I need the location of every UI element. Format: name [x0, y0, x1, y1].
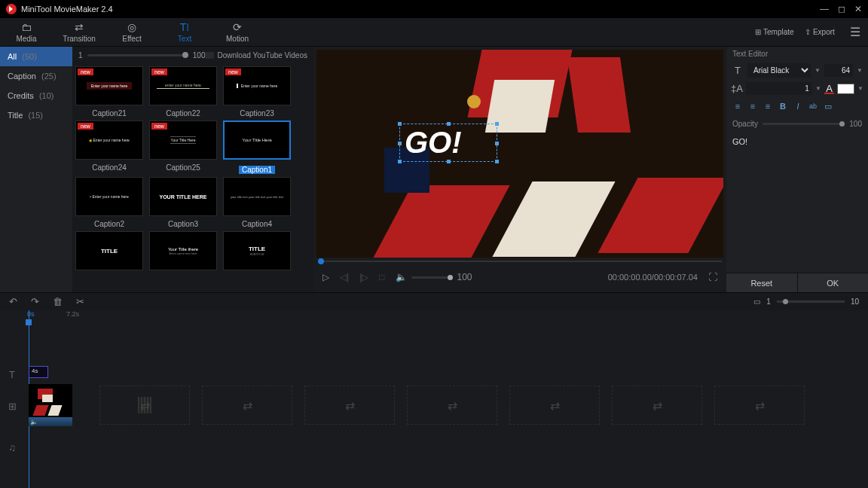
text-template-thumb[interactable]: newenter your name here: [149, 66, 217, 105]
download-youtube-button[interactable]: Download YouTube Videos: [205, 51, 307, 59]
empty-slot[interactable]: ⇄: [714, 386, 805, 425]
time-display: 00:00:00.00/00:00:07.04: [608, 273, 698, 282]
text-template-thumb[interactable]: Your Title thereEnter some text here: [149, 231, 217, 270]
redo-button[interactable]: ↷: [31, 296, 39, 307]
text-track-icon: T: [0, 369, 24, 380]
tab-transition[interactable]: ⇄ Transition: [53, 21, 105, 43]
thumb-zoom-min: 1: [78, 51, 83, 59]
border-button[interactable]: ▭: [821, 99, 835, 113]
chevron-down-icon: ▼: [856, 67, 863, 74]
new-badge: new: [151, 123, 167, 130]
italic-button[interactable]: I: [791, 99, 805, 113]
effect-icon: ◎: [105, 21, 158, 33]
timeline-ruler[interactable]: 0s 7.2s: [0, 310, 868, 321]
thumb-label: Caption2: [94, 220, 124, 228]
line-height-input[interactable]: [746, 82, 812, 95]
sidebar-item-credits[interactable]: Credits (10): [0, 86, 72, 105]
sidebar-item-all[interactable]: All (50): [0, 47, 72, 66]
thumb-label: Caption22: [166, 109, 200, 117]
sidebar-item-title[interactable]: Title (15): [0, 105, 72, 125]
empty-slot[interactable]: ⇄: [304, 386, 395, 425]
tab-text[interactable]: T⁞ Text: [158, 21, 211, 43]
text-template-thumb[interactable]: TITLE: [75, 231, 143, 270]
fullscreen-button[interactable]: ⛶: [708, 272, 717, 282]
opacity-value: 100: [849, 120, 862, 128]
audio-waveform[interactable]: [29, 417, 72, 426]
text-template-thumb[interactable]: newEnter your name here: [75, 66, 143, 105]
empty-slot[interactable]: ⇄: [99, 386, 190, 425]
empty-slot[interactable]: ⇄: [407, 386, 497, 425]
text-template-thumb[interactable]: newEnter your name here: [223, 66, 291, 105]
maximize-button[interactable]: ◻: [838, 4, 845, 14]
font-color-icon[interactable]: A: [824, 83, 834, 94]
tab-media[interactable]: 🗀 Media: [0, 21, 53, 43]
category-sidebar: All (50) Caption (25) Credits (10) Title…: [0, 47, 72, 292]
chevron-down-icon: ▼: [815, 85, 821, 92]
text-template-thumb[interactable]: TITLESUBTITLE: [223, 231, 291, 270]
volume-slider[interactable]: [411, 276, 453, 279]
text-template-thumb[interactable]: Your Title Here: [223, 120, 291, 160]
align-left-button[interactable]: ≡: [731, 99, 744, 113]
highlight-color-swatch[interactable]: [837, 84, 854, 94]
video-track-icon: ⊞: [0, 401, 24, 412]
tab-motion[interactable]: ⟳ Motion: [211, 21, 264, 43]
volume-icon[interactable]: 🔈: [396, 272, 407, 282]
app-title: MiniTool MovieMaker 2.4: [21, 5, 113, 14]
prev-frame-button[interactable]: ◁|: [340, 272, 349, 282]
thumb-label: Caption4: [242, 220, 272, 228]
empty-slot[interactable]: ⇄: [509, 386, 600, 425]
text-template-thumb[interactable]: newYour Title Here: [149, 120, 217, 160]
chevron-down-icon: ▼: [857, 85, 863, 92]
new-badge: new: [78, 123, 93, 130]
transition-icon: ⇄: [53, 21, 105, 33]
font-size-input[interactable]: [824, 64, 853, 77]
export-button[interactable]: ⇪ Export: [797, 28, 842, 36]
reset-button[interactable]: Reset: [726, 273, 798, 292]
thumb-zoom-slider[interactable]: [87, 54, 188, 56]
hamburger-menu[interactable]: ☰: [842, 25, 868, 39]
case-button[interactable]: ab: [806, 99, 820, 113]
delete-button[interactable]: 🗑: [53, 296, 63, 307]
font-select[interactable]: Arial Black: [747, 63, 811, 78]
timeline-zoom-slider[interactable]: [777, 300, 845, 303]
template-button[interactable]: ⊞ Template: [752, 28, 797, 36]
template-icon: ⊞: [755, 28, 761, 36]
text-input-area[interactable]: GO!: [726, 133, 868, 273]
zoom-min: 1: [766, 297, 771, 306]
new-badge: new: [78, 69, 93, 75]
thumb-label: Caption3: [168, 220, 198, 228]
line-height-icon: ‡A: [731, 83, 743, 94]
text-template-thumb[interactable]: your title text your title text your tit…: [223, 177, 291, 216]
thumb-label: Caption25: [166, 163, 200, 172]
preview-canvas[interactable]: GO!: [316, 50, 723, 258]
align-right-button[interactable]: ≡: [761, 99, 775, 113]
stop-button[interactable]: □: [379, 272, 384, 282]
undo-button[interactable]: ↶: [9, 296, 17, 307]
fit-button[interactable]: ▭: [753, 297, 760, 306]
close-button[interactable]: ✕: [854, 4, 862, 14]
text-template-thumb[interactable]: new◉ Enter your name here: [75, 120, 143, 160]
opacity-label: Opacity: [732, 120, 758, 128]
tab-effect[interactable]: ◎ Effect: [105, 21, 158, 43]
text-template-thumb[interactable]: ▪ Enter your name here: [75, 177, 143, 216]
empty-slot[interactable]: ⇄: [202, 386, 292, 425]
minimize-button[interactable]: —: [820, 4, 829, 14]
preview-scrubber[interactable]: [318, 261, 722, 262]
audio-track-icon: ♫: [0, 442, 24, 453]
youtube-icon: [205, 52, 214, 59]
overlay-text: GO!: [405, 126, 462, 159]
text-template-thumb[interactable]: YOUR TITLE HERE: [149, 177, 217, 216]
text-clip[interactable]: 4s: [29, 366, 48, 378]
ok-button[interactable]: OK: [798, 273, 869, 292]
split-button[interactable]: ✂: [76, 296, 84, 307]
bold-button[interactable]: B: [776, 99, 790, 113]
video-clip[interactable]: [29, 384, 72, 417]
text-track: T 4s: [0, 366, 868, 383]
text-overlay-box[interactable]: GO!: [399, 124, 497, 162]
opacity-slider[interactable]: [763, 123, 845, 125]
empty-slot[interactable]: ⇄: [612, 386, 702, 425]
align-center-button[interactable]: ≡: [746, 99, 760, 113]
next-frame-button[interactable]: |▷: [359, 272, 368, 282]
play-button[interactable]: ▷: [322, 272, 329, 282]
sidebar-item-caption[interactable]: Caption (25): [0, 66, 72, 86]
